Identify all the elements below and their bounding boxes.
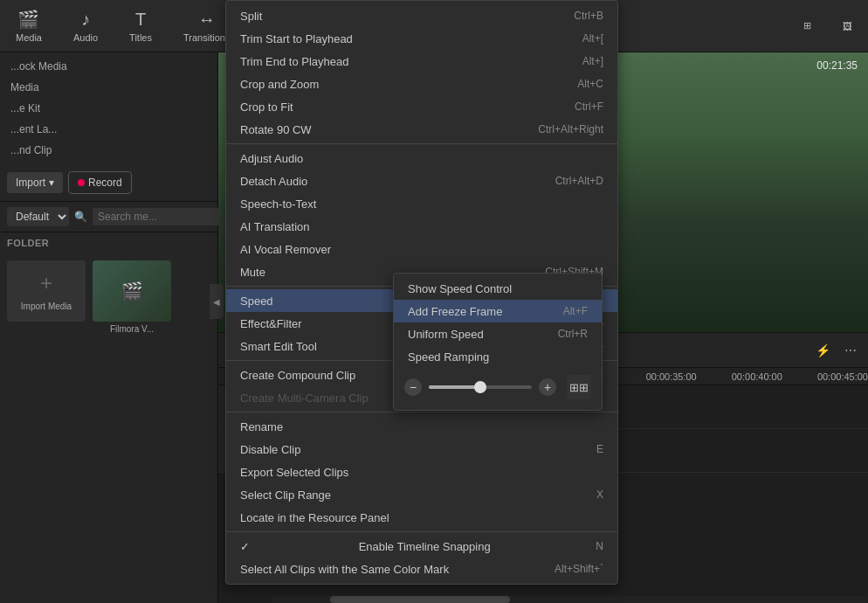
- menu-item-detach-audio-shortcut: Ctrl+Alt+D: [555, 175, 603, 187]
- sidebar-item-stock[interactable]: ...ock Media: [0, 56, 217, 77]
- menu-item-speech-to-text-label: Speech-to-Text: [240, 198, 316, 211]
- ruler-mark-4: 00:00:35:00: [646, 371, 697, 382]
- menu-item-speed-ramping[interactable]: Speed Ramping: [394, 345, 602, 368]
- menu-item-trim-end[interactable]: Trim End to Playhead Alt+]: [226, 50, 617, 73]
- preview-time: 00:21:35: [816, 59, 858, 72]
- divider-5: [226, 531, 617, 532]
- search-input[interactable]: [93, 208, 234, 225]
- menu-item-add-freeze-frame[interactable]: Add Freeze Frame Alt+F: [394, 300, 602, 322]
- toolbar-media[interactable]: 🎬 Media: [9, 5, 49, 46]
- sidebar-item-nd-clip[interactable]: ...nd Clip: [0, 140, 217, 161]
- menu-item-disable-clip[interactable]: Disable Clip E: [226, 438, 617, 461]
- menu-item-ai-vocal-remover-label: AI Vocal Remover: [240, 243, 331, 256]
- import-label: Import: [16, 177, 45, 189]
- import-button[interactable]: Import ▾: [7, 172, 63, 193]
- import-media-label: Import Media: [21, 302, 72, 311]
- filmora-video-item[interactable]: 🎬 Filmora V...: [93, 260, 171, 334]
- divider-4: [226, 412, 617, 412]
- menu-item-crop-fit[interactable]: Crop to Fit Ctrl+F: [226, 95, 617, 118]
- menu-item-show-speed-control[interactable]: Show Speed Control: [394, 277, 602, 300]
- menu-item-ai-vocal-remover[interactable]: AI Vocal Remover: [226, 238, 617, 260]
- sidebar-item-kit[interactable]: ...e Kit: [0, 98, 217, 119]
- menu-item-disable-clip-shortcut: E: [596, 443, 603, 455]
- menu-item-ai-translation[interactable]: AI Translation: [226, 215, 617, 238]
- more-options[interactable]: ⋯: [840, 341, 861, 360]
- menu-item-select-range-label: Select Clip Range: [240, 489, 331, 502]
- toolbar-titles[interactable]: T Titles: [122, 6, 159, 46]
- toolbar-image[interactable]: 🖼: [836, 17, 859, 35]
- ripple-icon[interactable]: ⚡: [811, 341, 835, 360]
- menu-item-timeline-snapping-shortcut: N: [596, 540, 603, 552]
- menu-item-export-clips[interactable]: Export Selected Clips: [226, 461, 617, 483]
- timeline-scrollbar[interactable]: [271, 596, 868, 603]
- record-dot-icon: [78, 179, 85, 186]
- speed-control-row: − + ⊞⊞: [404, 375, 591, 399]
- toolbar-audio[interactable]: ♪ Audio: [66, 6, 105, 46]
- record-button[interactable]: Record: [68, 171, 132, 194]
- sidebar-controls: Default 🔍: [0, 202, 217, 232]
- menu-item-split-shortcut: Ctrl+B: [574, 10, 603, 22]
- menu-item-crop-zoom[interactable]: Crop and Zoom Alt+C: [226, 73, 617, 95]
- transitions-icon: ↔: [198, 10, 216, 30]
- speed-plus-button[interactable]: +: [539, 378, 556, 396]
- menu-item-export-clips-label: Export Selected Clips: [240, 466, 348, 479]
- toolbar-titles-label: Titles: [129, 32, 152, 43]
- titles-icon: T: [135, 10, 146, 30]
- menu-item-smart-edit-label: Smart Edit Tool: [240, 340, 317, 353]
- menu-item-ai-translation-label: AI Translation: [240, 220, 310, 233]
- menu-item-select-same-color[interactable]: Select All Clips with the Same Color Mar…: [226, 558, 617, 580]
- collapse-button[interactable]: ◀: [210, 284, 224, 319]
- menu-item-disable-clip-label: Disable Clip: [240, 443, 300, 456]
- menu-item-detach-audio-label: Detach Audio: [240, 175, 307, 188]
- menu-item-add-freeze-frame-label: Add Freeze Frame: [408, 305, 502, 318]
- speed-grid-icon[interactable]: ⊞⊞: [567, 375, 591, 399]
- sidebar-item-media[interactable]: Media: [0, 77, 217, 98]
- menu-item-locate-resource[interactable]: Locate in the Resource Panel: [226, 506, 617, 529]
- speed-minus-button[interactable]: −: [404, 378, 422, 396]
- image-icon: 🖼: [843, 21, 852, 31]
- speed-slider-thumb: [474, 381, 486, 393]
- menu-item-trim-start-label: Trim Start to Playhead: [240, 32, 353, 45]
- menu-item-rename[interactable]: Rename: [226, 415, 617, 438]
- menu-item-uniform-speed[interactable]: Uniform Speed Ctrl+R: [394, 322, 602, 345]
- menu-item-crop-zoom-shortcut: Alt+C: [577, 78, 603, 90]
- menu-item-detach-audio[interactable]: Detach Audio Ctrl+Alt+D: [226, 170, 617, 192]
- menu-item-speed-ramping-label: Speed Ramping: [408, 350, 489, 364]
- sidebar-top-buttons: Import ▾ Record: [0, 164, 217, 202]
- menu-item-rotate-label: Rotate 90 CW: [240, 123, 312, 136]
- record-label: Record: [88, 177, 122, 189]
- speed-slider-fill: [429, 385, 480, 389]
- sidebar-item-ent-la[interactable]: ...ent La...: [0, 119, 217, 140]
- menu-item-uniform-speed-label: Uniform Speed: [408, 328, 484, 341]
- menu-item-timeline-snapping[interactable]: ✓ Enable Timeline Snapping N: [226, 535, 617, 558]
- plus-icon: +: [544, 380, 551, 394]
- menu-item-rename-label: Rename: [240, 420, 283, 433]
- menu-item-rotate-shortcut: Ctrl+Alt+Right: [538, 123, 603, 135]
- toolbar-grid[interactable]: ⊞: [796, 17, 818, 35]
- menu-item-show-speed-control-label: Show Speed Control: [408, 282, 512, 295]
- menu-item-effect-filter-label: Effect&Filter: [240, 317, 302, 330]
- toolbar-audio-label: Audio: [73, 32, 98, 43]
- video-thumbnail: 🎬: [93, 260, 171, 322]
- menu-item-trim-end-label: Trim End to Playhead: [240, 55, 349, 68]
- menu-item-add-freeze-frame-shortcut: Alt+F: [563, 305, 588, 317]
- menu-item-trim-end-shortcut: Alt+]: [582, 55, 603, 67]
- menu-item-trim-start[interactable]: Trim Start to Playhead Alt+[: [226, 27, 617, 50]
- speed-slider-container: − + ⊞⊞: [394, 368, 602, 406]
- menu-item-uniform-speed-shortcut: Ctrl+R: [558, 328, 588, 340]
- import-media-item[interactable]: + Import Media: [7, 260, 86, 334]
- menu-item-speech-to-text[interactable]: Speech-to-Text: [226, 192, 617, 215]
- default-dropdown[interactable]: Default: [7, 207, 69, 226]
- sidebar-nav: ...ock Media Media ...e Kit ...ent La...…: [0, 52, 217, 164]
- menu-item-speed-label: Speed: [240, 295, 273, 308]
- menu-item-split[interactable]: Split Ctrl+B: [226, 4, 617, 27]
- folder-label: FOLDER: [0, 232, 217, 253]
- menu-item-timeline-snapping-label: Enable Timeline Snapping: [359, 540, 491, 553]
- grid-icon: ⊞⊞: [569, 381, 589, 394]
- menu-item-adjust-audio[interactable]: Adjust Audio: [226, 147, 617, 170]
- speed-slider[interactable]: [429, 385, 532, 389]
- menu-item-select-range[interactable]: Select Clip Range X: [226, 483, 617, 506]
- menu-item-rotate[interactable]: Rotate 90 CW Ctrl+Alt+Right: [226, 118, 617, 141]
- menu-item-locate-resource-label: Locate in the Resource Panel: [240, 511, 389, 524]
- toolbar-media-label: Media: [16, 32, 42, 43]
